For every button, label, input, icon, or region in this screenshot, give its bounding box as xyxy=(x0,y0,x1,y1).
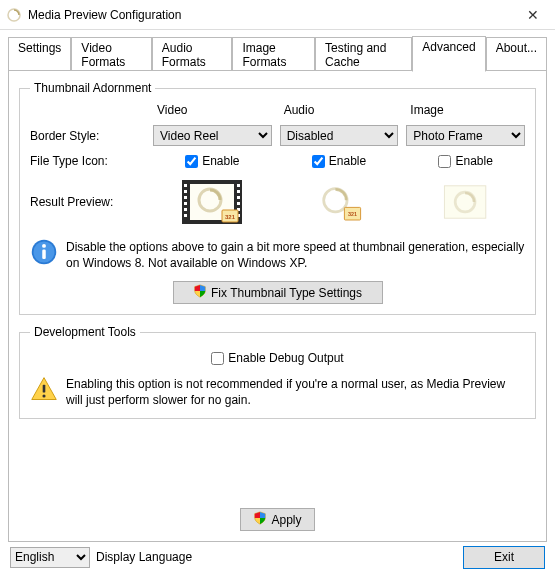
combo-audio-border[interactable]: Disabled xyxy=(280,125,399,146)
svg-rect-6 xyxy=(184,202,187,205)
window-title: Media Preview Configuration xyxy=(28,8,510,22)
tab-video-formats[interactable]: Video Formats xyxy=(71,37,151,72)
info-icon xyxy=(30,238,58,271)
checkbox-image-icon[interactable] xyxy=(438,155,451,168)
checkbox-video-icon-wrap[interactable]: Enable xyxy=(153,154,272,168)
footer: English Display Language Exit xyxy=(0,542,555,572)
label-file-type-icon: File Type Icon: xyxy=(30,154,145,168)
button-label: Fix Thumbnail Type Settings xyxy=(211,286,362,300)
svg-rect-7 xyxy=(184,208,187,211)
shield-icon xyxy=(193,284,207,301)
tab-image-formats[interactable]: Image Formats xyxy=(232,37,315,72)
svg-point-25 xyxy=(42,244,46,248)
checkbox-label: Enable xyxy=(455,154,492,168)
preview-audio: 321 xyxy=(308,179,370,225)
info-text: Disable the options above to gain a bit … xyxy=(66,238,525,271)
tab-label: Testing and Cache xyxy=(325,41,386,69)
svg-rect-21 xyxy=(444,186,485,218)
fix-thumbnail-button[interactable]: Fix Thumbnail Type Settings xyxy=(173,281,383,304)
checkbox-audio-icon[interactable] xyxy=(312,155,325,168)
svg-point-0 xyxy=(8,9,20,21)
column-header-video: Video xyxy=(153,103,272,117)
svg-rect-5 xyxy=(184,196,187,199)
checkbox-audio-icon-wrap[interactable]: Enable xyxy=(280,154,399,168)
tab-advanced[interactable]: Advanced xyxy=(412,36,485,72)
tab-panel-advanced: Thumbnail Adornment Video Audio Image Bo… xyxy=(8,70,547,542)
group-legend: Thumbnail Adornment xyxy=(30,81,155,95)
tab-strip: Settings Video Formats Audio Formats Ima… xyxy=(8,36,547,71)
group-legend: Development Tools xyxy=(30,325,140,339)
preview-image xyxy=(435,179,497,225)
svg-rect-4 xyxy=(184,190,187,193)
svg-rect-11 xyxy=(237,196,240,199)
label-border-style: Border Style: xyxy=(30,129,145,143)
tab-about[interactable]: About... xyxy=(486,37,547,72)
tab-label: Advanced xyxy=(422,40,475,54)
apply-button[interactable]: Apply xyxy=(240,508,315,531)
svg-text:321: 321 xyxy=(348,211,357,217)
svg-rect-3 xyxy=(184,184,187,187)
language-label: Display Language xyxy=(96,550,192,564)
svg-rect-9 xyxy=(237,184,240,187)
tab-settings[interactable]: Settings xyxy=(8,37,71,72)
language-select[interactable]: English xyxy=(10,547,90,568)
group-development-tools: Development Tools Enable Debug Output En… xyxy=(19,325,536,419)
button-label: Exit xyxy=(494,550,514,564)
title-bar: Media Preview Configuration ✕ xyxy=(0,0,555,30)
shield-icon xyxy=(253,511,267,528)
tab-label: About... xyxy=(496,41,537,55)
tab-label: Image Formats xyxy=(242,41,286,69)
label-result-preview: Result Preview: xyxy=(30,195,145,209)
checkbox-debug-wrap[interactable]: Enable Debug Output xyxy=(211,351,343,365)
tab-label: Video Formats xyxy=(81,41,125,69)
checkbox-debug-output[interactable] xyxy=(211,352,224,365)
tab-label: Audio Formats xyxy=(162,41,206,69)
svg-rect-10 xyxy=(237,190,240,193)
button-label: Apply xyxy=(271,513,301,527)
checkbox-image-icon-wrap[interactable]: Enable xyxy=(406,154,525,168)
app-icon xyxy=(6,7,22,23)
tab-label: Settings xyxy=(18,41,61,55)
svg-rect-12 xyxy=(237,202,240,205)
close-icon: ✕ xyxy=(527,7,539,23)
combo-image-border[interactable]: Photo Frame xyxy=(406,125,525,146)
svg-rect-8 xyxy=(184,214,187,217)
svg-rect-27 xyxy=(43,385,46,393)
checkbox-label: Enable xyxy=(202,154,239,168)
tab-testing-cache[interactable]: Testing and Cache xyxy=(315,37,412,72)
warning-text: Enabling this option is not recommended … xyxy=(66,375,525,408)
warning-icon xyxy=(30,375,58,408)
group-thumbnail-adornment: Thumbnail Adornment Video Audio Image Bo… xyxy=(19,81,536,315)
column-header-image: Image xyxy=(406,103,525,117)
checkbox-label: Enable xyxy=(329,154,366,168)
svg-text:321: 321 xyxy=(225,214,236,220)
close-button[interactable]: ✕ xyxy=(510,0,555,30)
combo-video-border[interactable]: Video Reel xyxy=(153,125,272,146)
checkbox-label: Enable Debug Output xyxy=(228,351,343,365)
svg-rect-26 xyxy=(42,249,46,259)
column-header-audio: Audio xyxy=(280,103,399,117)
preview-video: 321 xyxy=(181,179,243,225)
svg-point-28 xyxy=(42,395,45,398)
tab-audio-formats[interactable]: Audio Formats xyxy=(152,37,233,72)
exit-button[interactable]: Exit xyxy=(463,546,545,569)
checkbox-video-icon[interactable] xyxy=(185,155,198,168)
